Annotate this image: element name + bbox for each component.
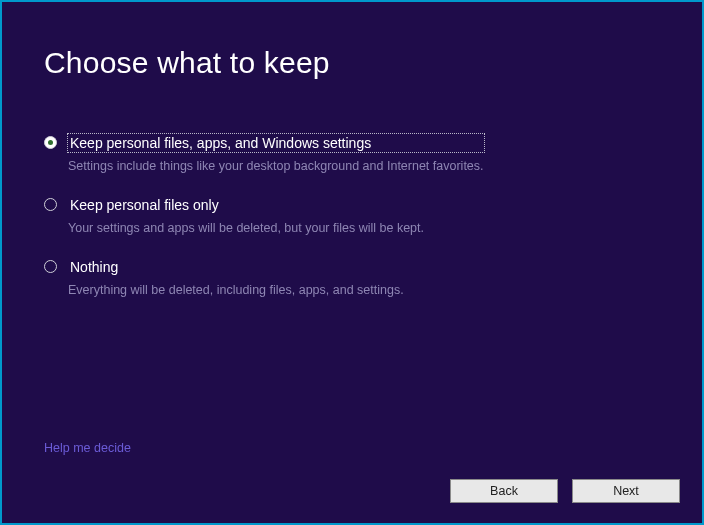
radio-keep-all[interactable] [44,136,57,149]
setup-window: Choose what to keep Keep personal files,… [0,0,704,525]
radio-wrap [44,198,58,212]
page-title: Choose what to keep [44,46,660,80]
option-label[interactable]: Keep personal files only [68,196,424,214]
option-keep-files[interactable]: Keep personal files only Your settings a… [44,196,660,236]
option-nothing[interactable]: Nothing Everything will be deleted, incl… [44,258,660,298]
radio-nothing[interactable] [44,260,57,273]
option-label[interactable]: Nothing [68,258,404,276]
radio-keep-files[interactable] [44,198,57,211]
option-text: Nothing Everything will be deleted, incl… [68,258,404,298]
option-description: Your settings and apps will be deleted, … [68,220,424,236]
radio-wrap [44,136,58,150]
option-description: Settings include things like your deskto… [68,158,484,174]
back-button[interactable]: Back [450,479,558,503]
option-description: Everything will be deleted, including fi… [68,282,404,298]
option-label[interactable]: Keep personal files, apps, and Windows s… [68,134,484,152]
option-text: Keep personal files, apps, and Windows s… [68,134,484,174]
help-me-decide-link[interactable]: Help me decide [44,441,131,455]
options-group: Keep personal files, apps, and Windows s… [44,134,660,298]
option-text: Keep personal files only Your settings a… [68,196,424,236]
footer-buttons: Back Next [450,479,680,503]
option-keep-all[interactable]: Keep personal files, apps, and Windows s… [44,134,660,174]
radio-wrap [44,260,58,274]
next-button[interactable]: Next [572,479,680,503]
